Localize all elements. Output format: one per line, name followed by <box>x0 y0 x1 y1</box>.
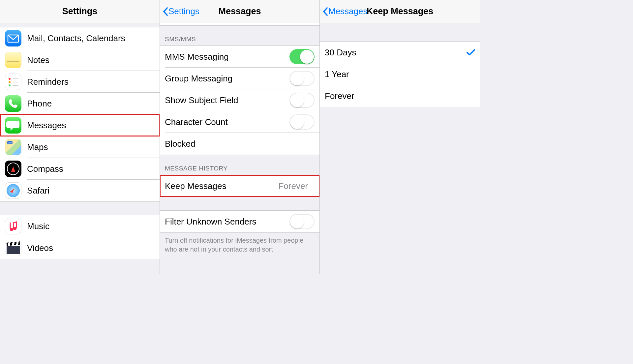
music-icon <box>5 218 21 234</box>
notes-icon <box>5 52 21 68</box>
chevron-right-icon <box>151 144 155 150</box>
page-title: Messages <box>218 6 261 16</box>
option-1-year[interactable]: 1 Year <box>320 63 480 85</box>
navbar-settings: Settings <box>0 0 160 23</box>
switch-character-count[interactable] <box>289 114 315 130</box>
settings-row-phone[interactable]: Phone <box>0 93 160 114</box>
row-label: Videos <box>27 243 151 253</box>
navbar-keep: Messages Keep Messages <box>320 0 480 23</box>
chevron-right-icon <box>151 245 155 251</box>
reminders-icon <box>5 74 21 90</box>
page-title: Keep Messages <box>367 6 434 16</box>
settings-row-messages[interactable]: Messages <box>0 114 160 136</box>
section-header-history: MESSAGE HISTORY <box>160 155 319 175</box>
option-30-days[interactable]: 30 Days <box>320 42 480 63</box>
chevron-right-icon <box>151 122 155 129</box>
row-label: Notes <box>27 55 151 65</box>
chevron-right-icon <box>151 187 155 194</box>
row-label: Music <box>27 221 151 231</box>
settings-list: Mail, Contacts, Calendars Notes Reminder… <box>0 23 160 274</box>
row-label: MMS Messaging <box>165 52 289 62</box>
settings-row-safari[interactable]: Safari <box>0 180 160 201</box>
messages-panel: Settings Messages SMS/MMS MMS Messaging … <box>160 0 320 274</box>
row-filter-unknown[interactable]: Filter Unknown Senders <box>160 211 319 232</box>
row-label: 30 Days <box>325 47 467 58</box>
back-button[interactable]: Settings <box>163 6 199 16</box>
row-label: Group Messaging <box>165 74 289 84</box>
row-label: Reminders <box>27 77 151 87</box>
row-keep-messages[interactable]: Keep Messages Forever <box>160 175 319 197</box>
back-button[interactable]: Messages <box>322 6 368 16</box>
chevron-right-icon <box>311 183 315 189</box>
compass-icon <box>5 161 21 177</box>
chevron-right-icon <box>151 166 155 172</box>
row-label: Messages <box>27 120 151 131</box>
chevron-right-icon <box>151 78 155 85</box>
settings-panel: Settings Mail, Contacts, Calendars Notes… <box>0 0 160 274</box>
checkmark-icon <box>467 49 475 56</box>
row-label: Show Subject Field <box>165 95 289 106</box>
maps-icon <box>5 139 21 155</box>
row-label: Safari <box>27 186 151 196</box>
navbar-messages: Settings Messages <box>160 0 319 23</box>
page-title: Settings <box>62 6 98 16</box>
switch-filter-unknown[interactable] <box>289 214 315 229</box>
row-label: Compass <box>27 164 151 174</box>
switch-group-messaging[interactable] <box>289 71 315 86</box>
switch-mms-messaging[interactable] <box>289 49 315 64</box>
chevron-right-icon <box>151 35 155 42</box>
row-label: Phone <box>27 99 151 109</box>
row-blocked[interactable]: Blocked <box>160 133 319 155</box>
chevron-right-icon <box>151 100 155 107</box>
row-label: Keep Messages <box>165 181 278 191</box>
keep-messages-panel: Messages Keep Messages 30 Days 1 Year Fo… <box>320 0 480 274</box>
messages-icon <box>5 117 21 134</box>
switch-show-subject[interactable] <box>289 93 315 108</box>
settings-row-videos[interactable]: Videos <box>0 237 160 259</box>
phone-icon <box>5 95 21 112</box>
row-show-subject[interactable]: Show Subject Field <box>160 89 319 111</box>
row-label: 1 Year <box>325 69 475 79</box>
safari-icon <box>5 182 21 199</box>
row-value: Forever <box>278 181 308 191</box>
chevron-right-icon <box>151 57 155 63</box>
section-header-sms: SMS/MMS <box>160 26 319 46</box>
footer-filter: Turn off notifications for iMessages fro… <box>160 233 319 255</box>
row-label: Character Count <box>165 117 289 127</box>
settings-row-maps[interactable]: Maps <box>0 136 160 158</box>
row-group-messaging[interactable]: Group Messaging <box>160 68 319 89</box>
settings-row-reminders[interactable]: Reminders <box>0 71 160 93</box>
chevron-right-icon <box>311 140 315 147</box>
row-mms-messaging[interactable]: MMS Messaging <box>160 46 319 68</box>
row-label: Blocked <box>165 139 311 149</box>
videos-icon <box>5 240 21 256</box>
row-label: Forever <box>325 91 475 101</box>
settings-row-music[interactable]: Music <box>0 215 160 237</box>
settings-row-mail[interactable]: Mail, Contacts, Calendars <box>0 27 160 49</box>
settings-row-compass[interactable]: Compass <box>0 158 160 180</box>
back-label: Messages <box>328 6 368 16</box>
option-forever[interactable]: Forever <box>320 85 480 107</box>
back-label: Settings <box>168 6 199 16</box>
row-label: Filter Unknown Senders <box>165 217 289 227</box>
row-character-count[interactable]: Character Count <box>160 111 319 133</box>
row-label: Maps <box>27 142 151 152</box>
settings-row-notes[interactable]: Notes <box>0 49 160 71</box>
row-label: Mail, Contacts, Calendars <box>27 33 151 44</box>
chevron-right-icon <box>151 223 155 229</box>
mail-icon <box>5 30 21 46</box>
